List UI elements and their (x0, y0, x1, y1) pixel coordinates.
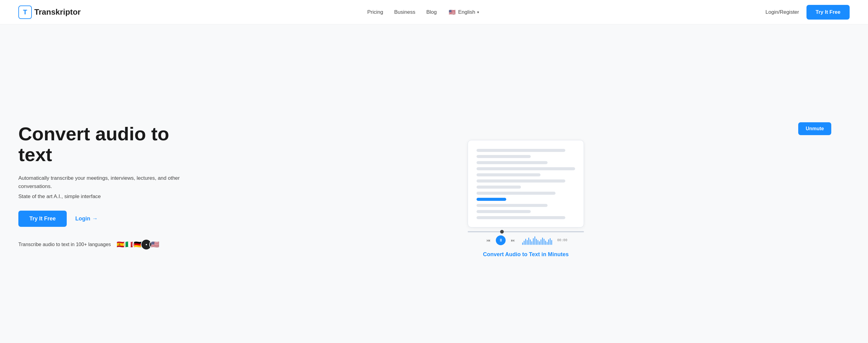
language-flags: 🇪🇸 🇮🇹 🇩🇪 ● 🇺🇸 (115, 239, 160, 250)
unmute-button[interactable]: Unmute (798, 122, 831, 135)
transcript-line (476, 185, 521, 188)
hero-login-link[interactable]: Login → (75, 215, 98, 222)
progress-track[interactable] (468, 231, 584, 232)
play-pause-button[interactable]: ⏸ (496, 235, 506, 245)
nav-blog[interactable]: Blog (426, 9, 437, 15)
player-controls: ⏮ ⏸ ⏭ 00:00 (484, 235, 567, 245)
arrow-icon: → (92, 215, 98, 222)
wave-bar (544, 239, 545, 245)
nav-try-free-button[interactable]: Try It Free (806, 5, 850, 20)
us-flag2-icon: 🇺🇸 (149, 239, 160, 250)
hero-languages: Transcribe audio to text in 100+ languag… (18, 239, 202, 250)
wave-bar (537, 240, 538, 245)
transcript-line (476, 167, 575, 170)
hero-feature: State of the art A.I., simple interface (18, 194, 202, 200)
wave-bar (522, 242, 523, 245)
wave-bar (530, 239, 531, 245)
wave-bar (527, 240, 528, 245)
wave-bar (547, 242, 548, 245)
language-selector[interactable]: 🇺🇸 English ▾ (448, 8, 479, 16)
navbar: T Transkriptor Pricing Business Blog 🇺🇸 … (0, 0, 868, 25)
hero-try-free-button[interactable]: Try It Free (18, 211, 67, 227)
hero-left: Convert audio to text Automatically tran… (18, 124, 202, 250)
wave-bar (531, 241, 532, 245)
wave-bar (548, 239, 549, 245)
transcript-line (476, 192, 556, 195)
logo-icon: T (18, 5, 32, 19)
wave-bar (524, 241, 525, 245)
chevron-down-icon: ▾ (477, 10, 479, 14)
rewind-button[interactable]: ⏮ (484, 236, 493, 245)
progress-thumb (500, 230, 504, 234)
fast-forward-button[interactable]: ⏭ (509, 236, 517, 245)
wave-bar (528, 238, 529, 245)
transcript-line (476, 149, 565, 152)
time-display: 00:00 (557, 238, 567, 242)
languages-label: Transcribe audio to text in 100+ languag… (18, 242, 111, 247)
transcript-line (476, 204, 548, 207)
login-register-link[interactable]: Login/Register (766, 9, 799, 15)
transcript-line-active (476, 198, 506, 201)
wave-bar (545, 241, 546, 245)
wave-bar (542, 238, 543, 245)
transcript-line (476, 173, 540, 176)
nav-links: Pricing Business Blog 🇺🇸 English ▾ (367, 8, 479, 16)
nav-pricing[interactable]: Pricing (367, 9, 383, 15)
transcript-card (468, 140, 584, 228)
hero-right: Unmute ⏮ ⏸ ⏭ 00: (202, 116, 850, 258)
convert-label: Convert Audio to Text in Minutes (483, 251, 569, 258)
wave-bar (539, 241, 540, 245)
hero-subtitle: Automatically transcribe your meetings, … (18, 174, 202, 191)
hero-section: Convert audio to text Automatically tran… (0, 25, 868, 343)
transcript-line (476, 210, 531, 213)
language-label: English (458, 9, 475, 15)
hero-title: Convert audio to text (18, 124, 202, 165)
wave-bar (533, 238, 534, 245)
hero-actions: Try It Free Login → (18, 211, 202, 227)
us-flag-icon: 🇺🇸 (448, 8, 456, 16)
wave-bar (525, 239, 526, 245)
nav-business[interactable]: Business (394, 9, 415, 15)
transcript-line (476, 155, 531, 158)
login-label: Login (75, 215, 90, 222)
logo-link[interactable]: T Transkriptor (18, 5, 81, 19)
nav-right: Login/Register Try It Free (766, 5, 850, 20)
wave-bar (536, 239, 537, 245)
waveform (522, 236, 552, 245)
wave-bar (534, 236, 535, 245)
audio-player: ⏮ ⏸ ⏭ 00:00 (468, 231, 584, 245)
transcript-line (476, 216, 565, 219)
wave-bar (540, 239, 541, 245)
wave-bar (550, 238, 551, 245)
logo-text: Transkriptor (34, 7, 81, 17)
wave-bar (551, 240, 552, 245)
transcript-line (476, 161, 548, 164)
transcript-line (476, 179, 565, 182)
